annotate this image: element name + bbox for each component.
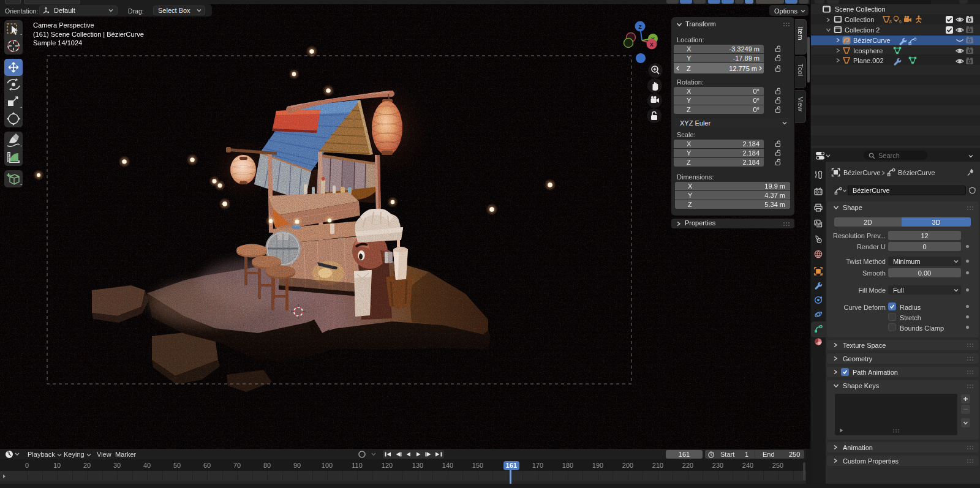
svg-text:8: 8 (889, 20, 892, 24)
svg-text:Z: Z (638, 24, 642, 30)
svg-text:X: X (650, 42, 654, 48)
svg-text:6: 6 (899, 20, 902, 24)
